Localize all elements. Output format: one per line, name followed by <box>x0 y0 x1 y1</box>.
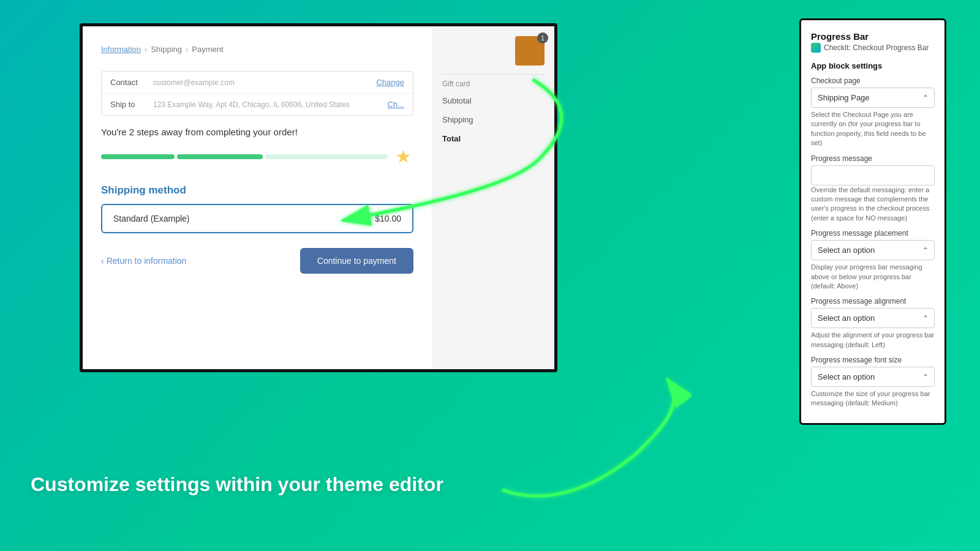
shipping-option-name: Standard (Example) <box>113 214 190 223</box>
font-size-select-wrapper: Select an option ⌃ <box>811 367 935 387</box>
breadcrumb-sep-2: › <box>186 45 188 54</box>
progress-text: You're 2 steps away from completing your… <box>101 127 413 137</box>
shipping-method-title: Shipping method <box>101 184 413 197</box>
breadcrumb-payment[interactable]: Payment <box>192 45 223 54</box>
back-arrow-icon: ‹ <box>101 256 104 266</box>
shipping-option[interactable]: Standard (Example) $10.00 <box>101 204 413 233</box>
font-size-label: Progress message font size <box>811 356 935 364</box>
checkout-page-help: Select the Checkout Page you are current… <box>811 110 935 148</box>
placement-select-wrapper: Select an option ⌃ <box>811 240 935 260</box>
progress-seg-1 <box>101 154 175 159</box>
star-icon: ★ <box>395 146 412 167</box>
bottom-tagline: Customize settings within your theme edi… <box>31 473 443 496</box>
app-icon <box>811 43 821 53</box>
checkout-main: Information › Shipping › Payment Contact… <box>83 26 432 369</box>
checkout-page-label: Checkout page <box>811 77 935 85</box>
alignment-label: Progress message alignment <box>811 297 935 305</box>
alignment-select-wrapper: Select an option ⌃ <box>811 308 935 328</box>
settings-panel: Progress Bar CheckIt: Checkout Progress … <box>799 18 946 425</box>
subtotal-label: Subtotal <box>442 96 472 105</box>
breadcrumb: Information › Shipping › Payment <box>101 45 413 54</box>
total-label: Total <box>442 134 461 143</box>
cart-item-icon: 1 <box>515 36 545 66</box>
progress-seg-2 <box>177 154 263 159</box>
font-size-select[interactable]: Select an option <box>811 367 935 387</box>
alignment-select[interactable]: Select an option <box>811 308 935 328</box>
contact-value: customer@example.com <box>153 78 376 87</box>
shipto-cell: Ship to 123 Example Way, Apt 4D, Chicago… <box>102 94 413 115</box>
contact-change[interactable]: Change <box>376 78 404 87</box>
placement-select[interactable]: Select an option <box>811 240 935 260</box>
checkout-page-select[interactable]: Shipping Page <box>811 88 935 108</box>
checkout-page-select-wrapper: Shipping Page ⌃ <box>811 88 935 108</box>
contact-info-row: Contact customer@example.com Change Ship… <box>101 71 413 116</box>
checkout-footer: ‹ Return to information Continue to paym… <box>101 248 413 274</box>
shipping-label: Shipping <box>442 115 473 124</box>
progress-message-help: Override the default messaging: enter a … <box>811 186 935 223</box>
shipping-option-price: $10.00 <box>375 214 401 223</box>
cart-badge: 1 <box>537 32 548 43</box>
panel-title: Progress Bar <box>811 31 935 42</box>
panel-subtitle-text: CheckIt: Checkout Progress Bar <box>824 43 929 52</box>
progress-seg-3 <box>265 154 388 159</box>
subtotal-row: Subtotal <box>442 94 545 107</box>
section-heading: App block settings <box>811 61 935 70</box>
font-size-help: Customize the size of your progress bar … <box>811 389 935 408</box>
shipto-label: Ship to <box>110 100 153 109</box>
progress-message-input[interactable] <box>811 165 935 186</box>
placement-label: Progress message placement <box>811 229 935 238</box>
gift-card-row: Gift card <box>442 74 545 88</box>
checkout-sidebar: 1 Gift card Subtotal Shipping Total <box>432 26 554 369</box>
continue-button[interactable]: Continue to payment <box>300 248 413 274</box>
breadcrumb-information[interactable]: Information <box>101 45 141 54</box>
total-row: Total <box>442 132 545 145</box>
contact-label: Contact <box>110 78 153 87</box>
checkout-window: Information › Shipping › Payment Contact… <box>80 23 557 372</box>
breadcrumb-shipping[interactable]: Shipping <box>151 45 182 54</box>
shipping-row: Shipping <box>442 113 545 126</box>
placement-help: Display your progress bar messaging abov… <box>811 263 935 291</box>
progress-bar: ★ <box>101 146 413 167</box>
return-link-text: Return to information <box>107 256 187 266</box>
shipto-value: 123 Example Way, Apt 4D, Chicago, IL 606… <box>153 100 388 109</box>
breadcrumb-sep-1: › <box>145 45 147 54</box>
return-link[interactable]: ‹ Return to information <box>101 256 186 266</box>
alignment-help: Adjust the alignment of your progress ba… <box>811 331 935 350</box>
panel-subtitle: CheckIt: Checkout Progress Bar <box>811 43 935 53</box>
shipto-change[interactable]: Ch... <box>388 100 404 109</box>
contact-cell: Contact customer@example.com Change <box>102 72 413 94</box>
progress-message-label: Progress message <box>811 154 935 163</box>
